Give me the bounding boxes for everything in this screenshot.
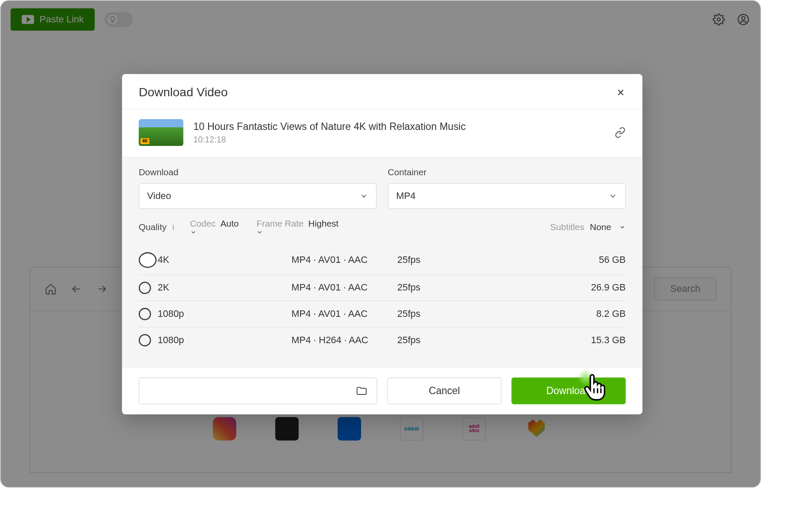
quality-resolution: 1080p: [158, 335, 292, 346]
subtitles-label: Subtitles: [550, 222, 584, 232]
quality-format: MP4 · H264 · AAC: [292, 335, 397, 346]
link-icon[interactable]: [615, 127, 626, 138]
quality-format: MP4 · AV01 · AAC: [292, 255, 397, 266]
chevron-down-icon: [359, 192, 368, 201]
chevron-down-icon: [619, 224, 625, 231]
codec-value: Auto: [220, 219, 238, 228]
framerate-select[interactable]: Frame Rate Highest: [257, 219, 341, 236]
container-value: MP4: [396, 190, 416, 202]
video-info-row: 10 Hours Fantastic Views of Nature 4K wi…: [122, 109, 643, 158]
download-type-label: Download: [139, 167, 377, 177]
download-button[interactable]: Download: [511, 378, 625, 404]
quality-row[interactable]: 1080p MP4 · AV01 · AAC 25fps 8.2 GB: [139, 301, 625, 328]
modal-header: Download Video: [122, 74, 643, 109]
video-title: 10 Hours Fantastic Views of Nature 4K wi…: [193, 121, 466, 133]
quality-size: 8.2 GB: [464, 309, 626, 320]
app-window: Paste Link Search: [0, 0, 761, 488]
radio[interactable]: [139, 334, 151, 346]
subtitles-value: None: [590, 222, 611, 232]
modal-title: Download Video: [139, 85, 228, 100]
quality-row[interactable]: 1080p MP4 · H264 · AAC 25fps 15.3 GB: [139, 328, 625, 353]
filter-row: Quality i Codec Auto Frame Rate Highest: [139, 219, 625, 236]
download-type-select[interactable]: Video: [139, 183, 377, 208]
quality-resolution: 2K: [158, 282, 292, 294]
quality-fps: 25fps: [397, 309, 464, 320]
download-button-label: Download: [546, 385, 591, 397]
quality-format: MP4 · AV01 · AAC: [292, 282, 397, 294]
click-ripple: [577, 369, 594, 386]
info-icon[interactable]: i: [172, 222, 174, 232]
chevron-down-icon: [190, 229, 241, 235]
subtitles-select[interactable]: Subtitles None: [550, 222, 626, 232]
quality-size: 15.3 GB: [464, 335, 626, 346]
codec-label: Codec: [190, 219, 216, 228]
quality-size: 26.9 GB: [464, 282, 626, 294]
video-duration: 10:12:18: [193, 135, 466, 144]
quality-row[interactable]: 2K MP4 · AV01 · AAC 25fps 26.9 GB: [139, 275, 625, 301]
codec-select[interactable]: Codec Auto: [190, 219, 241, 236]
modal-footer: Cancel Download: [122, 367, 643, 414]
quality-fps: 25fps: [397, 255, 464, 266]
chevron-down-icon: [257, 229, 341, 235]
config-area: Download Video Container MP4: [122, 158, 643, 246]
quality-fps: 25fps: [397, 335, 464, 346]
framerate-value: Highest: [308, 219, 339, 228]
radio[interactable]: [139, 308, 151, 320]
chevron-down-icon: [609, 192, 618, 201]
quality-list: 4K MP4 · AV01 · AAC 25fps 56 GB 2K MP4 ·…: [122, 246, 643, 367]
framerate-label: Frame Rate: [257, 219, 304, 228]
output-folder-field[interactable]: [139, 378, 377, 404]
quality-fps: 25fps: [397, 282, 464, 294]
quality-resolution: 1080p: [158, 309, 292, 320]
container-select[interactable]: MP4: [388, 183, 626, 208]
video-thumbnail: [139, 119, 183, 146]
folder-icon: [355, 385, 368, 397]
download-modal: Download Video 10 Hours Fantastic Views …: [122, 74, 643, 414]
quality-label: Quality: [139, 222, 166, 232]
radio[interactable]: [139, 282, 151, 294]
container-label: Container: [388, 167, 626, 177]
download-type-value: Video: [147, 190, 171, 202]
quality-row[interactable]: 4K MP4 · AV01 · AAC 25fps 56 GB: [139, 246, 625, 275]
close-icon[interactable]: [615, 88, 625, 98]
quality-format: MP4 · AV01 · AAC: [292, 309, 397, 320]
radio-selected[interactable]: [139, 252, 156, 268]
cancel-button[interactable]: Cancel: [387, 378, 501, 404]
quality-resolution: 4K: [158, 255, 292, 266]
quality-size: 56 GB: [464, 255, 626, 266]
